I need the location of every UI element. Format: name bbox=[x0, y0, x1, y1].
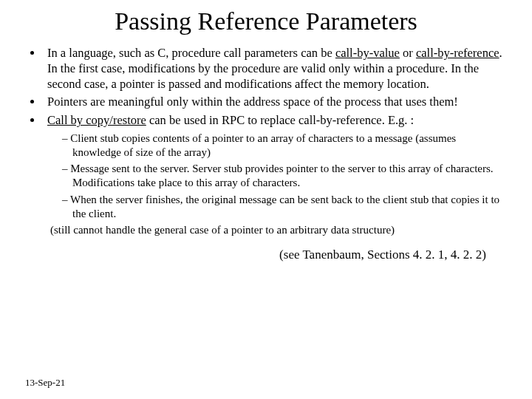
term-call-by-value: call-by-value bbox=[335, 46, 400, 60]
reference-text: (see Tanenbaum, Sections 4. 2. 1, 4. 2. … bbox=[25, 248, 486, 262]
sub-bullet-3: When the server finishes, the original m… bbox=[62, 193, 507, 221]
term-call-by-copy-restore: Call by copy/restore bbox=[47, 113, 146, 127]
slide: Passing Reference Parameters In a langua… bbox=[0, 7, 532, 399]
slide-title: Passing Reference Parameters bbox=[0, 7, 532, 35]
bullet-1-pre: In a language, such as C, procedure call… bbox=[47, 46, 335, 60]
bullet-1: In a language, such as C, procedure call… bbox=[43, 46, 507, 92]
sub-bullet-2: Message sent to the server. Server stub … bbox=[62, 162, 507, 190]
bullet-2: Pointers are meaningful only within the … bbox=[43, 95, 507, 110]
bullet-1-mid: or bbox=[400, 46, 416, 60]
term-call-by-reference: call-by-reference bbox=[416, 46, 499, 60]
bullet-3: Call by copy/restore can be used in RPC … bbox=[43, 113, 507, 237]
sub-bullet-1: Client stub copies contents of a pointer… bbox=[62, 132, 507, 160]
bullet-3-post: can be used in RPC to replace call-by-re… bbox=[146, 113, 414, 127]
slide-body: In a language, such as C, procedure call… bbox=[0, 46, 532, 262]
bullet-list: In a language, such as C, procedure call… bbox=[25, 46, 507, 237]
sub-bullet-list: Client stub copies contents of a pointer… bbox=[47, 132, 507, 221]
paren-note: (still cannot handle the general case of… bbox=[50, 223, 507, 237]
footer-date: 13-Sep-21 bbox=[25, 377, 65, 389]
